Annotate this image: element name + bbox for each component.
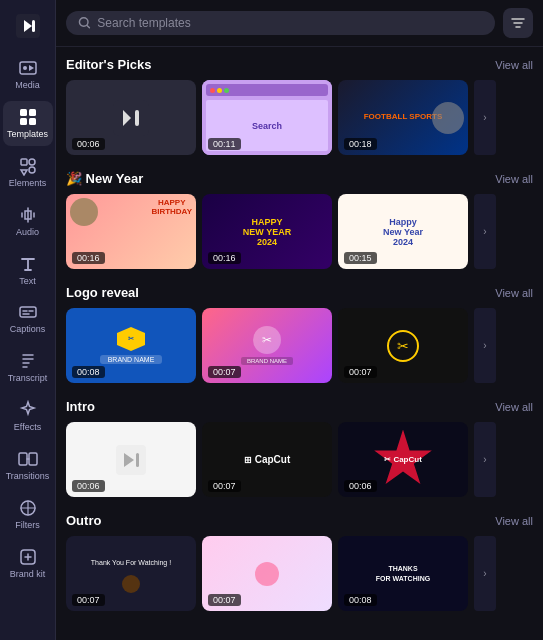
- template-card[interactable]: 00:06: [66, 422, 196, 497]
- template-card[interactable]: ✂ 00:07: [338, 308, 468, 383]
- template-card[interactable]: HAPPYNEW YEAR2024 00:16: [202, 194, 332, 269]
- svg-rect-12: [20, 307, 36, 317]
- card-duration: 00:07: [208, 594, 241, 606]
- sidebar-item-audio-label: Audio: [16, 228, 39, 238]
- card-duration: 00:18: [344, 138, 377, 150]
- sidebar-item-elements-label: Elements: [9, 179, 47, 189]
- card-duration: 00:15: [344, 252, 377, 264]
- section-outro: Outro View all Thank You For Watching ! …: [66, 513, 533, 611]
- section-logo-reveal-header: Logo reveal View all: [66, 285, 533, 300]
- svg-rect-19: [135, 110, 139, 126]
- editors-picks-view-all[interactable]: View all: [495, 59, 533, 71]
- search-input[interactable]: [97, 16, 483, 30]
- template-card[interactable]: ✂ BRAND NAME 00:08: [66, 308, 196, 383]
- svg-rect-14: [29, 453, 37, 465]
- section-editors-picks-header: Editor's Picks View all: [66, 57, 533, 72]
- svg-rect-7: [29, 118, 36, 125]
- template-card[interactable]: ›: [474, 80, 496, 155]
- sidebar-item-templates[interactable]: Templates: [3, 101, 53, 146]
- template-card[interactable]: ✂ CapCut 00:06: [338, 422, 468, 497]
- app-logo: [3, 8, 53, 44]
- sidebar-item-media[interactable]: Media: [3, 52, 53, 97]
- svg-marker-10: [21, 170, 27, 175]
- svg-point-3: [23, 66, 27, 70]
- svg-rect-21: [136, 453, 139, 467]
- sidebar-item-media-label: Media: [15, 81, 40, 91]
- template-card[interactable]: 00:07: [202, 536, 332, 611]
- new-year-view-all[interactable]: View all: [495, 173, 533, 185]
- section-intro: Intro View all 00:06 ⊞ CapCut: [66, 399, 533, 497]
- intro-view-all[interactable]: View all: [495, 401, 533, 413]
- card-duration: 00:08: [72, 366, 105, 378]
- svg-rect-8: [21, 159, 27, 165]
- card-duration: 00:16: [208, 252, 241, 264]
- content-scroll[interactable]: Editor's Picks View all 00:06: [56, 47, 543, 640]
- sidebar-item-filters-label: Filters: [15, 521, 40, 531]
- intro-row: 00:06 ⊞ CapCut 00:07 ✂ CapCut: [66, 422, 533, 497]
- sidebar-item-text[interactable]: Text: [3, 248, 53, 293]
- svg-rect-13: [19, 453, 27, 465]
- filter-button[interactable]: [503, 8, 533, 38]
- sidebar-item-captions-label: Captions: [10, 325, 46, 335]
- svg-rect-5: [29, 109, 36, 116]
- card-duration: 00:06: [72, 480, 105, 492]
- outro-row: Thank You For Watching ! 00:07 00:07 THA…: [66, 536, 533, 611]
- sidebar-item-captions[interactable]: Captions: [3, 296, 53, 341]
- sidebar-item-brand-label: Brand kit: [10, 570, 46, 580]
- section-editors-picks: Editor's Picks View all 00:06: [66, 57, 533, 155]
- card-duration: 00:07: [72, 594, 105, 606]
- section-new-year: 🎉 New Year View all HAPPYBIRTHDAY 00:16 …: [66, 171, 533, 269]
- sidebar-item-effects-label: Effects: [14, 423, 41, 433]
- card-duration: 00:07: [208, 480, 241, 492]
- svg-point-9: [29, 159, 35, 165]
- logo-reveal-view-all[interactable]: View all: [495, 287, 533, 299]
- card-duration: 00:16: [72, 252, 105, 264]
- outro-title: Outro: [66, 513, 101, 528]
- template-card[interactable]: Thank You For Watching ! 00:07: [66, 536, 196, 611]
- search-input-wrap[interactable]: [66, 11, 495, 35]
- template-card[interactable]: THANKSFOR WATCHING 00:08: [338, 536, 468, 611]
- sidebar-item-transcript[interactable]: Transcript: [3, 345, 53, 390]
- template-card[interactable]: ✂ BRAND NAME 00:07: [202, 308, 332, 383]
- template-card[interactable]: HAPPYBIRTHDAY 00:16: [66, 194, 196, 269]
- sidebar: Media Templates Elements Audio Text: [0, 0, 56, 640]
- intro-title: Intro: [66, 399, 95, 414]
- search-icon: [78, 16, 91, 30]
- template-card[interactable]: ›: [474, 194, 496, 269]
- svg-rect-1: [32, 20, 35, 32]
- main-panel: Editor's Picks View all 00:06: [56, 0, 543, 640]
- logo-reveal-row: ✂ BRAND NAME 00:08 ✂ BRAND NAME 00:07 ✂: [66, 308, 533, 383]
- section-logo-reveal: Logo reveal View all ✂ BRAND NAME 00:08 …: [66, 285, 533, 383]
- outro-view-all[interactable]: View all: [495, 515, 533, 527]
- filter-icon: [511, 16, 525, 30]
- card-duration: 00:07: [208, 366, 241, 378]
- logo-reveal-title: Logo reveal: [66, 285, 139, 300]
- sidebar-item-effects[interactable]: Effects: [3, 394, 53, 439]
- template-card[interactable]: 00:06: [66, 80, 196, 155]
- sidebar-item-transcript-label: Transcript: [8, 374, 48, 384]
- template-card[interactable]: Search 00:11: [202, 80, 332, 155]
- sidebar-item-filters[interactable]: Filters: [3, 492, 53, 537]
- search-bar: [56, 0, 543, 47]
- sidebar-item-transitions-label: Transitions: [6, 472, 50, 482]
- template-card[interactable]: ›: [474, 308, 496, 383]
- card-duration: 00:07: [344, 366, 377, 378]
- template-card[interactable]: ⊞ CapCut 00:07: [202, 422, 332, 497]
- sidebar-item-transitions[interactable]: Transitions: [3, 443, 53, 488]
- sidebar-item-elements[interactable]: Elements: [3, 150, 53, 195]
- sidebar-item-audio[interactable]: Audio: [3, 199, 53, 244]
- sidebar-item-brand[interactable]: Brand kit: [3, 541, 53, 586]
- template-card[interactable]: ›: [474, 536, 496, 611]
- card-duration: 00:06: [344, 480, 377, 492]
- editors-picks-row: 00:06 Search 00:11: [66, 80, 533, 155]
- template-card[interactable]: ›: [474, 422, 496, 497]
- card-duration: 00:11: [208, 138, 241, 150]
- sidebar-item-text-label: Text: [19, 277, 36, 287]
- new-year-title: 🎉 New Year: [66, 171, 143, 186]
- new-year-row: HAPPYBIRTHDAY 00:16 HAPPYNEW YEAR2024 00…: [66, 194, 533, 269]
- sidebar-item-templates-label: Templates: [7, 130, 48, 140]
- template-card[interactable]: HappyNew Year2024 00:15: [338, 194, 468, 269]
- editors-picks-title: Editor's Picks: [66, 57, 151, 72]
- template-card[interactable]: FOOTBALL SPORTS 00:18: [338, 80, 468, 155]
- section-intro-header: Intro View all: [66, 399, 533, 414]
